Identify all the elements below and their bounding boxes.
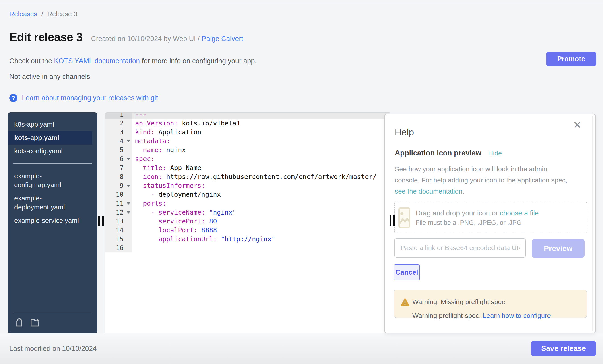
code-line-2[interactable]: apiVersion: kots.io/v1beta1 — [132, 119, 390, 128]
page-title: Edit release 3 — [9, 30, 82, 44]
top-divider — [0, 2, 603, 2]
see-documentation-link[interactable]: see the documentation — [395, 188, 463, 195]
save-release-button[interactable]: Save release — [531, 341, 596, 356]
code-line-7[interactable]: title: App Name — [132, 163, 390, 172]
question-icon: ? — [9, 94, 17, 102]
dropzone-text: Drag and drop your icon or — [416, 209, 500, 217]
docs-hint: Check out the KOTS YAML documentation fo… — [9, 57, 257, 65]
code-line-12[interactable]: - serviceName: "nginx" — [132, 208, 390, 217]
help-resize-handle[interactable] — [393, 215, 395, 226]
sidebar-footer — [8, 313, 97, 333]
help-body-line1: See how your application icon will look … — [395, 164, 567, 175]
code-line-9[interactable]: statusInformers: — [132, 181, 390, 190]
icon-url-input[interactable] — [394, 238, 526, 257]
gutter-line-5: 5 — [105, 145, 132, 154]
gutter-line-16: 16 — [105, 243, 132, 252]
code-line-1[interactable]: --- — [132, 112, 390, 119]
new-folder-icon[interactable] — [30, 318, 40, 327]
gutter-line-1: 1 — [105, 112, 132, 119]
fold-arrow-icon[interactable] — [127, 202, 130, 205]
new-file-icon[interactable] — [14, 318, 24, 327]
gutter-line-4: 4 — [105, 137, 132, 145]
sidebar-file-example-deployment.yaml[interactable]: example-deployment.yaml — [8, 192, 97, 214]
docs-hint-pre: Check out the — [9, 57, 54, 65]
sidebar-divider — [13, 163, 92, 164]
last-modified-text: Last modified on 10/10/2024 — [9, 345, 97, 353]
help-title: Help — [395, 127, 414, 138]
learn-configure-link[interactable]: Learn how to configure — [483, 312, 551, 319]
fold-arrow-icon[interactable] — [127, 185, 130, 187]
icon-dropzone[interactable]: Drag and drop your icon or choose a file… — [394, 202, 587, 233]
file-list-primary: k8s-app.yamlkots-app.yamlkots-config.yam… — [8, 112, 97, 157]
promote-button[interactable]: Promote — [546, 52, 596, 66]
editor-code-area[interactable]: ---apiVersion: kots.io/v1beta1kind: Appl… — [132, 112, 390, 252]
git-releases-link[interactable]: ? Learn about managing your releases wit… — [9, 94, 158, 102]
code-line-5[interactable]: name: nginx — [132, 145, 390, 154]
gutter-line-8: 8 — [105, 172, 132, 181]
sidebar-file-kots-app.yaml[interactable]: kots-app.yaml — [8, 131, 92, 144]
file-sidebar: k8s-app.yamlkots-app.yamlkots-config.yam… — [8, 112, 97, 333]
dropzone-hint: File must be a .PNG, .JPEG, or .JPG — [416, 219, 539, 226]
breadcrumb-releases-link[interactable]: Releases — [9, 10, 37, 18]
kots-yaml-docs-link[interactable]: KOTS YAML documentation — [54, 57, 140, 65]
icon-preview-title: Application icon preview — [395, 149, 481, 157]
footer-bar: Last modified on 10/10/2024 Save release — [0, 333, 603, 364]
code-line-4[interactable]: metadata: — [132, 137, 390, 145]
docs-hint-post: for more info on configuring your app. — [140, 57, 257, 65]
title-row: Edit release 3 Created on 10/10/2024 by … — [9, 30, 243, 44]
close-icon[interactable]: ✕ — [573, 120, 582, 130]
hide-link[interactable]: Hide — [488, 149, 502, 157]
gutter-line-14: 14 — [105, 226, 132, 235]
help-body-line2: console. For help adding your icon to th… — [395, 175, 567, 186]
breadcrumb: Releases / Release 3 — [9, 10, 77, 18]
sidebar-resize-handle[interactable] — [98, 216, 100, 226]
sidebar-file-example-configmap.yaml[interactable]: example-configmap.yaml — [8, 169, 97, 192]
code-line-16[interactable] — [132, 243, 390, 252]
gutter-line-12: 12 — [105, 208, 132, 217]
code-line-6[interactable]: spec: — [132, 154, 390, 163]
sidebar-resize-handle[interactable] — [102, 216, 104, 226]
text-cursor — [135, 112, 135, 118]
sidebar-footer-divider — [13, 313, 92, 313]
code-line-3[interactable]: kind: Application — [132, 128, 390, 137]
gutter-line-13: 13 — [105, 217, 132, 226]
channel-status: Not active in any channels — [9, 73, 90, 81]
cancel-button[interactable]: Cancel — [394, 265, 420, 280]
warning-text: Warning preflight-spec. — [412, 312, 483, 319]
gutter-line-2: 2 — [105, 119, 132, 128]
preflight-warning: Warning: Missing preflight spec Warning … — [394, 290, 587, 318]
warning-icon — [400, 297, 410, 307]
help-panel: ✕ Help Application icon preview Hide See… — [384, 114, 596, 333]
code-line-13[interactable]: servicePort: 80 — [132, 217, 390, 226]
gutter-line-7: 7 — [105, 163, 132, 172]
help-body: See how your application icon will look … — [395, 164, 567, 197]
gutter-line-15: 15 — [105, 235, 132, 243]
gutter-line-11: 11 — [105, 199, 132, 208]
editor-gutter: 12345678910111213141516 — [105, 112, 132, 252]
code-line-11[interactable]: ports: — [132, 199, 390, 208]
git-releases-label: Learn about managing your releases with … — [22, 94, 158, 102]
sidebar-file-kots-config.yaml[interactable]: kots-config.yaml — [8, 144, 97, 157]
image-placeholder-icon — [398, 207, 410, 228]
fold-arrow-icon[interactable] — [127, 211, 130, 214]
doc-suffix: . — [463, 188, 464, 195]
breadcrumb-current: Release 3 — [47, 10, 77, 18]
code-line-8[interactable]: icon: https://raw.githubusercontent.com/… — [132, 172, 390, 181]
help-resize-handle[interactable] — [390, 215, 391, 226]
code-line-15[interactable]: applicationUrl: "http://nginx" — [132, 235, 390, 243]
warning-title: Warning: Missing preflight spec — [412, 298, 505, 306]
gutter-line-9: 9 — [105, 181, 132, 190]
gutter-line-3: 3 — [105, 128, 132, 137]
yaml-editor: 12345678910111213141516 ---apiVersion: k… — [105, 112, 390, 334]
sidebar-file-example-service.yaml[interactable]: example-service.yaml — [8, 214, 97, 227]
help-scrollbar[interactable] — [592, 116, 593, 331]
fold-arrow-icon[interactable] — [127, 158, 130, 160]
sidebar-file-k8s-app.yaml[interactable]: k8s-app.yaml — [8, 118, 97, 131]
fold-arrow-icon[interactable] — [127, 140, 130, 142]
choose-file-link[interactable]: choose a file — [500, 209, 539, 217]
preview-button[interactable]: Preview — [532, 239, 585, 257]
gutter-line-10: 10 — [105, 190, 132, 199]
author-link[interactable]: Paige Calvert — [202, 35, 243, 43]
code-line-10[interactable]: - deployment/nginx — [132, 190, 390, 199]
code-line-14[interactable]: localPort: 8888 — [132, 226, 390, 235]
